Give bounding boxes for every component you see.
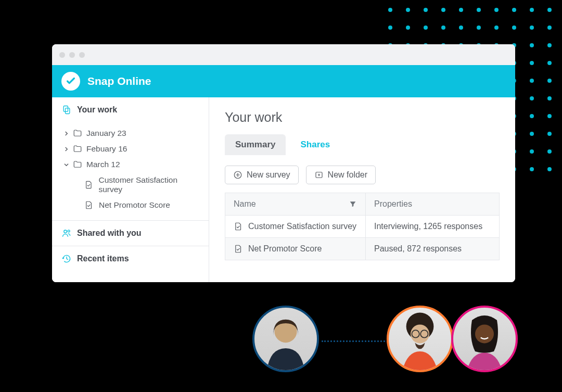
new-survey-button[interactable]: New survey [225, 166, 299, 184]
survey-label: Net Promotor Score [99, 200, 170, 210]
toolbar: New survey New folder [225, 166, 500, 184]
tab-summary[interactable]: Summary [225, 134, 286, 155]
tabs: Summary Shares [225, 134, 500, 155]
app-title: Snap Online [87, 75, 151, 87]
sidebar-recent-label: Recent items [77, 254, 129, 263]
folder-tree: January 23 Febuary 16 [52, 122, 209, 220]
row-properties: Interviewing, 1265 responses [366, 216, 499, 237]
new-folder-label: New folder [328, 170, 367, 180]
person-icon [254, 308, 317, 370]
svg-point-3 [68, 230, 70, 232]
svg-rect-0 [63, 106, 68, 112]
people-icon [61, 228, 72, 238]
folder-icon [73, 160, 82, 169]
survey-customer-satisfaction[interactable]: Customer Satisfaction survey [52, 172, 209, 197]
window-close-dot[interactable] [59, 52, 65, 58]
sidebar-section-shared: Shared with you [52, 221, 209, 246]
sidebar-shared[interactable]: Shared with you [52, 221, 209, 246]
document-check-icon [84, 180, 93, 189]
main-content: Your work Summary Shares New survey [209, 97, 515, 282]
window-titlebar [52, 44, 515, 65]
sidebar-recent[interactable]: Recent items [52, 246, 209, 271]
person-icon [389, 308, 451, 370]
folder-febuary-16[interactable]: Febuary 16 [52, 141, 209, 157]
folder-plus-icon [314, 170, 324, 180]
row-properties: Paused, 872 responses [366, 238, 499, 260]
history-icon [61, 254, 72, 264]
sidebar: Your work January 23 [52, 97, 209, 282]
app-window: Snap Online Your work [52, 44, 515, 282]
person-icon [453, 308, 516, 370]
table-header: Name Properties [225, 193, 499, 216]
folder-icon [73, 129, 82, 138]
folder-january-23[interactable]: January 23 [52, 125, 209, 141]
svg-rect-1 [66, 108, 70, 114]
tab-summary-label: Summary [235, 140, 275, 149]
chevron-right-icon [63, 129, 69, 138]
sidebar-section-your-work: Your work January 23 [52, 97, 209, 221]
checkmark-icon [65, 75, 76, 87]
svg-point-8 [411, 324, 429, 343]
folder-label: Febuary 16 [86, 144, 127, 154]
column-properties[interactable]: Properties [366, 193, 499, 216]
folder-label: January 23 [86, 129, 126, 138]
filter-icon[interactable] [349, 200, 357, 208]
avatar [387, 306, 453, 372]
sidebar-your-work-label: Your work [77, 105, 117, 115]
avatar [451, 306, 518, 372]
window-min-dot[interactable] [69, 52, 75, 58]
chevron-right-icon [63, 144, 69, 154]
plus-circle-icon [233, 170, 242, 180]
survey-net-promotor[interactable]: Net Promotor Score [52, 197, 209, 213]
work-table: Name Properties [225, 193, 500, 260]
page-title: Your work [225, 110, 500, 125]
folder-march-12[interactable]: March 12 [52, 157, 209, 172]
svg-point-11 [475, 324, 494, 343]
new-survey-label: New survey [247, 170, 290, 180]
column-name-label: Name [234, 199, 256, 209]
app-logo [61, 72, 80, 91]
table-row[interactable]: Customer Satisfaction survey Interviewin… [225, 216, 499, 238]
tab-shares[interactable]: Shares [290, 134, 340, 155]
survey-label: Customer Satisfaction survey [98, 175, 200, 194]
chevron-down-icon [63, 160, 69, 169]
row-name: Customer Satisfaction survey [248, 222, 356, 231]
app-header: Snap Online [52, 65, 515, 97]
avatar-group [252, 306, 518, 372]
table-row[interactable]: Net Promotor Score Paused, 872 responses [225, 238, 499, 260]
avatar [252, 306, 319, 372]
window-max-dot[interactable] [79, 52, 85, 58]
table-body: Customer Satisfaction survey Interviewin… [225, 216, 499, 260]
copy-icon [61, 105, 72, 115]
new-folder-button[interactable]: New folder [306, 166, 376, 184]
column-properties-label: Properties [374, 199, 412, 209]
sidebar-section-recent: Recent items [52, 246, 209, 271]
svg-point-2 [64, 230, 67, 233]
document-check-icon [234, 222, 243, 231]
sidebar-shared-label: Shared with you [77, 229, 142, 238]
folder-icon [73, 144, 82, 154]
sidebar-your-work[interactable]: Your work [52, 97, 209, 122]
tab-shares-label: Shares [300, 140, 330, 149]
document-check-icon [84, 200, 94, 210]
folder-label: March 12 [86, 160, 120, 169]
row-name: Net Promotor Score [248, 244, 322, 254]
column-name[interactable]: Name [225, 193, 366, 216]
document-check-icon [234, 244, 243, 254]
